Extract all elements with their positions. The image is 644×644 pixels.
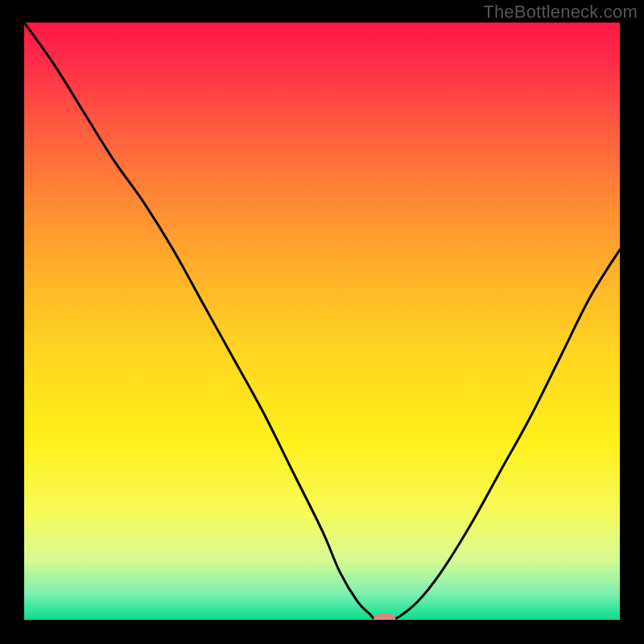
chart-canvas [0,0,644,644]
watermark-text: TheBottleneck.com [483,2,638,23]
bottleneck-chart: TheBottleneck.com [0,0,644,644]
